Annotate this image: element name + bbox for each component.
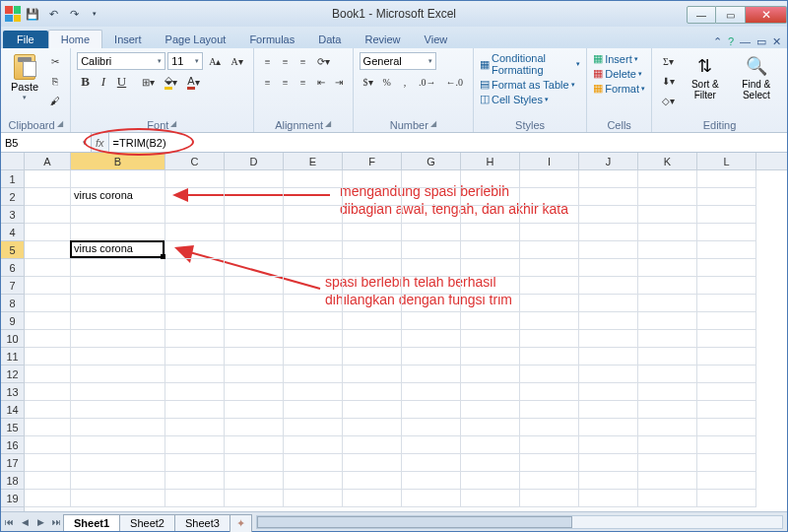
- tab-page-layout[interactable]: Page Layout: [154, 31, 238, 48]
- row-header-2[interactable]: 2: [1, 188, 24, 206]
- row-header-18[interactable]: 18: [1, 472, 24, 490]
- select-all-corner[interactable]: [1, 153, 25, 170]
- paste-button[interactable]: Paste ▾: [7, 52, 42, 103]
- tab-formulas[interactable]: Formulas: [237, 31, 306, 48]
- row-header-13[interactable]: 13: [1, 383, 24, 401]
- minimize-ribbon-icon[interactable]: ⌃: [713, 35, 722, 48]
- next-sheet-icon[interactable]: ▶: [33, 517, 48, 527]
- clipboard-dialog-icon[interactable]: ◢: [57, 119, 63, 131]
- inc-decimal-icon[interactable]: .0→: [415, 73, 440, 91]
- workbook-close-icon[interactable]: ✕: [772, 35, 781, 48]
- tab-insert[interactable]: Insert: [102, 31, 154, 48]
- copy-icon[interactable]: ⎘: [46, 72, 64, 90]
- cut-icon[interactable]: ✂: [46, 52, 64, 70]
- minimize-button[interactable]: —: [687, 6, 716, 24]
- undo-icon[interactable]: ↶: [44, 5, 62, 23]
- workbook-min-icon[interactable]: —: [740, 35, 751, 48]
- fx-icon[interactable]: fx: [96, 137, 104, 149]
- border-icon[interactable]: ⊞▾: [138, 73, 159, 91]
- shrink-font-icon[interactable]: A▾: [227, 52, 246, 70]
- indent-inc-icon[interactable]: ⇥: [331, 73, 347, 91]
- align-bottom-icon[interactable]: ≡: [296, 52, 311, 70]
- font-dialog-icon[interactable]: ◢: [170, 119, 176, 131]
- maximize-button[interactable]: ▭: [716, 6, 746, 24]
- tab-review[interactable]: Review: [353, 31, 412, 48]
- row-header-17[interactable]: 17: [1, 454, 24, 472]
- qat-dropdown-icon[interactable]: ▾: [86, 5, 103, 23]
- tab-data[interactable]: Data: [306, 31, 353, 48]
- col-header-L[interactable]: L: [697, 153, 756, 169]
- first-sheet-icon[interactable]: ⏮: [1, 517, 17, 527]
- grow-font-icon[interactable]: A▴: [205, 52, 225, 70]
- insert-cells-button[interactable]: ▦ Insert ▾: [593, 52, 645, 65]
- row-header-16[interactable]: 16: [1, 436, 24, 454]
- align-center-icon[interactable]: ≡: [278, 73, 294, 91]
- cell-grid[interactable]: mengandung spasi berlebih dibagian awal,…: [25, 170, 787, 511]
- prev-sheet-icon[interactable]: ◀: [17, 517, 33, 527]
- col-header-F[interactable]: F: [343, 153, 402, 169]
- col-header-D[interactable]: D: [225, 153, 284, 169]
- fill-color-icon[interactable]: ⬙▾: [161, 73, 181, 91]
- sheet-tab-3[interactable]: Sheet3: [174, 514, 230, 531]
- row-header-8[interactable]: 8: [1, 295, 24, 312]
- percent-icon[interactable]: %: [379, 73, 395, 91]
- cell-B2[interactable]: virus corona: [71, 188, 165, 206]
- col-header-K[interactable]: K: [638, 153, 697, 169]
- row-header-9[interactable]: 9: [1, 312, 24, 330]
- align-middle-icon[interactable]: ≡: [278, 52, 294, 70]
- underline-button[interactable]: U: [113, 73, 130, 91]
- col-header-G[interactable]: G: [402, 153, 461, 169]
- indent-dec-icon[interactable]: ⇤: [313, 73, 329, 91]
- italic-button[interactable]: I: [96, 73, 111, 91]
- col-header-A[interactable]: A: [25, 153, 71, 169]
- row-header-1[interactable]: 1: [1, 170, 24, 188]
- cell-B5[interactable]: virus corona: [71, 241, 165, 259]
- sort-filter-button[interactable]: ⇅ Sort & Filter: [683, 52, 728, 102]
- row-header-19[interactable]: 19: [1, 490, 24, 507]
- align-top-icon[interactable]: ≡: [260, 52, 276, 70]
- orientation-icon[interactable]: ⟳▾: [313, 52, 334, 70]
- row-header-14[interactable]: 14: [1, 401, 24, 419]
- tab-home[interactable]: Home: [48, 30, 102, 48]
- row-header-4[interactable]: 4: [1, 224, 24, 241]
- format-as-table-button[interactable]: ▤ Format as Table ▾: [480, 78, 580, 91]
- alignment-dialog-icon[interactable]: ◢: [325, 119, 331, 131]
- delete-cells-button[interactable]: ▦ Delete ▾: [593, 67, 645, 80]
- last-sheet-icon[interactable]: ⏭: [48, 517, 64, 527]
- col-header-H[interactable]: H: [461, 153, 520, 169]
- formula-input[interactable]: =TRIM(B2): [109, 133, 787, 152]
- close-button[interactable]: ✕: [746, 6, 787, 24]
- fill-icon[interactable]: ⬇▾: [658, 72, 679, 90]
- row-header-6[interactable]: 6: [1, 259, 24, 277]
- redo-icon[interactable]: ↷: [65, 5, 83, 23]
- format-cells-button[interactable]: ▦ Format ▾: [593, 82, 645, 95]
- workbook-restore-icon[interactable]: ▭: [756, 35, 766, 48]
- number-format-select[interactable]: General▾: [360, 52, 436, 70]
- tab-file[interactable]: File: [3, 31, 48, 48]
- font-family-select[interactable]: Calibri▾: [77, 52, 165, 70]
- col-header-B[interactable]: B: [71, 153, 165, 169]
- sheet-tab-2[interactable]: Sheet2: [119, 514, 175, 531]
- align-right-icon[interactable]: ≡: [296, 73, 311, 91]
- col-header-J[interactable]: J: [579, 153, 638, 169]
- currency-icon[interactable]: $▾: [360, 73, 377, 91]
- col-header-E[interactable]: E: [284, 153, 343, 169]
- comma-icon[interactable]: ,: [397, 73, 413, 91]
- row-header-5[interactable]: 5: [1, 241, 24, 259]
- horizontal-scrollbar[interactable]: [256, 515, 783, 529]
- font-size-select[interactable]: 11▾: [167, 52, 203, 70]
- autosum-icon[interactable]: Σ▾: [658, 52, 679, 70]
- name-box[interactable]: B5▾: [1, 133, 92, 152]
- save-icon[interactable]: 💾: [24, 5, 41, 23]
- row-header-15[interactable]: 15: [1, 419, 24, 436]
- col-header-I[interactable]: I: [520, 153, 579, 169]
- row-header-11[interactable]: 11: [1, 348, 24, 366]
- format-painter-icon[interactable]: 🖌: [46, 92, 64, 109]
- row-header-12[interactable]: 12: [1, 366, 24, 383]
- sheet-tab-1[interactable]: Sheet1: [63, 514, 120, 531]
- row-header-10[interactable]: 10: [1, 330, 24, 348]
- cell-styles-button[interactable]: ◫ Cell Styles ▾: [480, 93, 580, 105]
- bold-button[interactable]: B: [77, 73, 94, 91]
- help-icon[interactable]: ?: [728, 35, 734, 48]
- find-select-button[interactable]: 🔍 Find & Select: [732, 52, 781, 102]
